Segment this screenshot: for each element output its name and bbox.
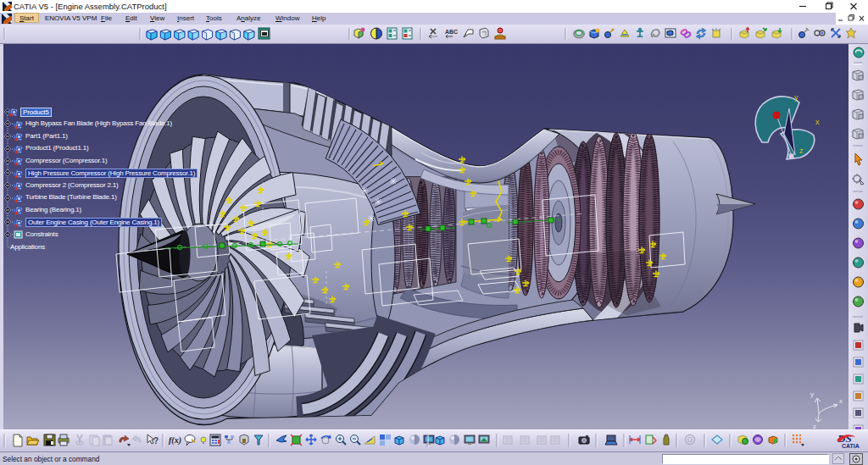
svg-text:y: y — [810, 390, 814, 398]
svg-text:ABC: ABC — [445, 29, 458, 35]
svg-text:z: z — [799, 147, 804, 155]
svg-text:CATIA: CATIA — [842, 443, 860, 449]
svg-text:y: y — [794, 93, 798, 102]
svg-text:x: x — [815, 118, 820, 126]
svg-text:?: ? — [153, 436, 159, 446]
svg-text:x: x — [839, 397, 843, 405]
svg-text:z: z — [813, 423, 816, 429]
svg-text:f(x): f(x) — [169, 435, 181, 446]
